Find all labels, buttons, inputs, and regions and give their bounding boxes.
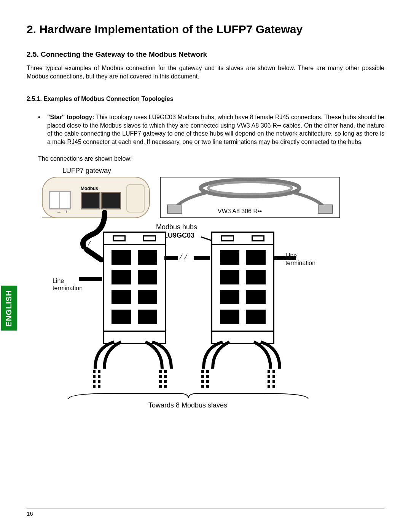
- cable-break-icon: / /: [83, 238, 90, 249]
- slaves-label: Towards 8 Modbus slaves: [148, 401, 227, 409]
- bullet-marker: •: [38, 113, 47, 146]
- cable-continuation-dots: [268, 370, 275, 388]
- intro-paragraph: Three typical examples of Modbus connect…: [27, 64, 384, 80]
- cable-paths-icon: [38, 167, 342, 414]
- line-termination-left-label: Line termination: [53, 277, 83, 292]
- cable-continuation-dots: [93, 370, 100, 388]
- page-title: 2. Hardware Implementation of the LUFP7 …: [27, 23, 384, 36]
- footer-rule: [27, 508, 384, 508]
- language-tab: ENGLISH: [1, 286, 17, 331]
- cable-continuation-dots: [201, 370, 209, 388]
- cable-break-icon: / /: [180, 251, 187, 262]
- subsection-heading: 2.5.1. Examples of Modbus Connection Top…: [27, 96, 384, 102]
- page-number: 16: [27, 510, 33, 517]
- cable-continuation-dots: [159, 370, 167, 388]
- bullet-item: • "Star" topology: This topology uses LU…: [38, 113, 384, 146]
- bullet-lead: "Star" topology:: [47, 114, 94, 120]
- bullet-text: This topology uses LU9GC03 Modbus hubs, …: [47, 114, 384, 145]
- connections-caption: The connections are shown below:: [38, 155, 384, 162]
- line-termination-right-label: Line termination: [285, 252, 315, 267]
- section-heading: 2.5. Connecting the Gateway to the Modbu…: [27, 50, 384, 59]
- topology-diagram: LUFP7 gateway Modbus – + VW3 A8 306 R•• …: [38, 167, 342, 414]
